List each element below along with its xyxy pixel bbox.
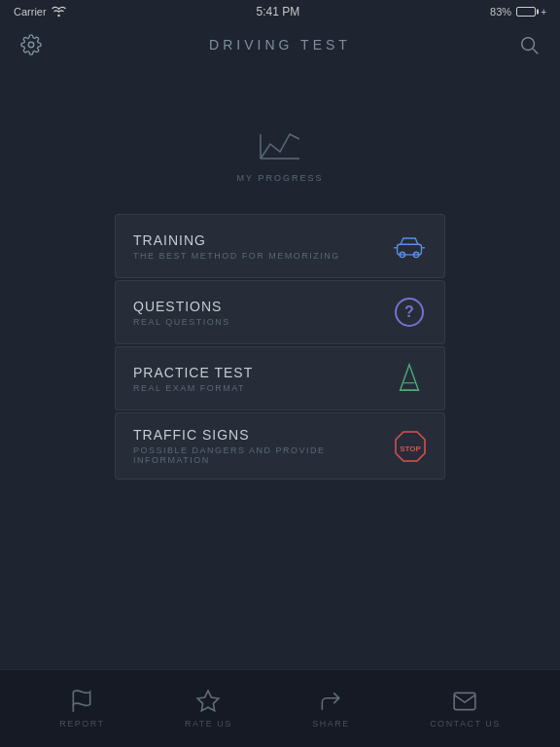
menu-list: TRAINING THE BEST METHOD FOR MEMORIZING …	[115, 214, 445, 480]
progress-label: MY PROGRESS	[237, 173, 324, 183]
settings-button[interactable]	[18, 31, 45, 58]
search-icon	[518, 34, 540, 55]
svg-marker-17	[198, 691, 220, 711]
questions-subtitle: REAL QUESTIONS	[133, 317, 230, 327]
bottom-toolbar: REPORT RATE US SHARE CONTACT US	[0, 669, 560, 747]
status-left: Carrier	[14, 6, 66, 18]
svg-text:STOP: STOP	[400, 445, 421, 453]
time-label: 5:41 PM	[257, 5, 300, 18]
flag-icon	[69, 689, 94, 714]
svg-marker-11	[401, 365, 419, 390]
stop-icon: STOP	[394, 429, 427, 464]
report-label: REPORT	[59, 719, 104, 729]
questions-title: QUESTIONS	[133, 299, 230, 314]
contact-us-button[interactable]: CONTACT US	[430, 689, 501, 729]
share-icon	[318, 689, 343, 714]
gear-icon	[20, 34, 42, 55]
progress-section[interactable]: MY PROGRESS	[237, 124, 324, 183]
contact-us-label: CONTACT US	[430, 719, 501, 729]
app-title: DRIVING TEST	[209, 37, 351, 53]
status-bar: Carrier 5:41 PM 83% +	[0, 0, 560, 23]
header: DRIVING TEST	[0, 23, 560, 66]
training-menu-item[interactable]: TRAINING THE BEST METHOD FOR MEMORIZING	[115, 214, 445, 278]
battery-icon	[516, 7, 536, 17]
battery-label: 83%	[490, 6, 511, 18]
svg-point-1	[28, 42, 34, 48]
star-icon	[195, 689, 221, 714]
main-content: MY PROGRESS TRAINING THE BEST METHOD FOR…	[0, 66, 560, 480]
car-icon	[392, 229, 427, 264]
traffic-signs-title: TRAFFIC SIGNS	[133, 427, 394, 443]
training-subtitle: THE BEST METHOD FOR MEMORIZING	[133, 251, 340, 261]
questions-menu-item[interactable]: QUESTIONS REAL QUESTIONS ?	[115, 280, 445, 344]
training-title: TRAINING	[133, 232, 340, 248]
report-button[interactable]: REPORT	[59, 689, 104, 729]
traffic-signs-menu-item[interactable]: TRAFFIC SIGNS POSSIBLE DANGERS AND PROVI…	[115, 412, 445, 480]
share-button[interactable]: SHARE	[312, 689, 350, 729]
search-button[interactable]	[515, 31, 542, 58]
rate-us-label: RATE US	[185, 719, 232, 729]
rate-us-button[interactable]: RATE US	[185, 689, 232, 729]
wifi-icon	[52, 6, 66, 18]
svg-point-2	[522, 38, 535, 51]
practice-test-title: PRACTICE TEST	[133, 365, 253, 380]
mail-icon	[452, 689, 477, 714]
svg-line-3	[533, 49, 538, 53]
charge-icon: +	[541, 7, 546, 18]
carrier-label: Carrier	[14, 6, 47, 18]
practice-test-menu-item[interactable]: PRACTICE TEST REAL EXAM FORMAT	[115, 346, 445, 410]
svg-point-0	[57, 15, 59, 17]
progress-chart-icon	[256, 124, 304, 167]
traffic-signs-subtitle: POSSIBLE DANGERS AND PROVIDE INFORMATION	[133, 445, 394, 465]
question-icon: ?	[392, 295, 427, 330]
cone-icon	[392, 361, 427, 396]
share-label: SHARE	[312, 719, 350, 729]
practice-test-subtitle: REAL EXAM FORMAT	[133, 383, 253, 393]
status-right: 83% +	[490, 6, 546, 18]
